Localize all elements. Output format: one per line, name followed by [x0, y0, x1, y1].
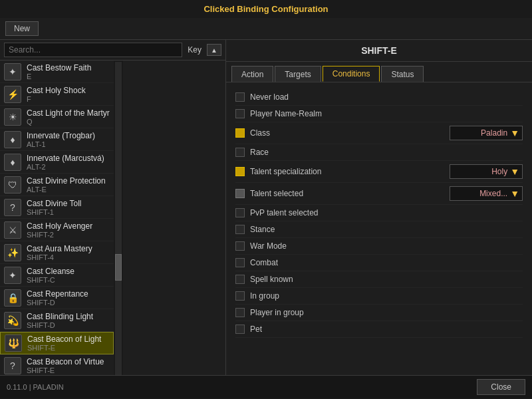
binding-name: Cast Divine Toll [27, 199, 81, 208]
checkbox-war_mode[interactable] [235, 241, 245, 251]
label-pet: Pet [250, 325, 523, 334]
list-item[interactable]: 🛡 Cast Divine Protection ALT-E [0, 174, 114, 196]
list-item[interactable]: ☀ Cast Light of the Martyr Q [0, 106, 114, 128]
binding-icon: ♦ [4, 154, 21, 171]
list-item[interactable]: ♦ Innervate (Trogbar) ALT-1 [0, 128, 114, 151]
binding-icon: ⚔ [4, 221, 21, 239]
version-label: 0.11.0 | PALADIN [7, 383, 64, 391]
binding-text: Cast Blinding Light SHIFT-D [27, 312, 93, 329]
checkbox-pet[interactable] [235, 325, 245, 334]
binding-key: SHIFT-D [27, 321, 93, 329]
scroll-up-button[interactable]: ▲ [207, 44, 221, 56]
checkbox-in_group[interactable] [235, 291, 245, 301]
list-item[interactable]: ⚔ Cast Holy Avenger SHIFT-2 [0, 219, 114, 241]
list-item[interactable]: ♦ Innervate (Marcustvá) ALT-2 [0, 151, 114, 174]
list-item[interactable]: ? Cast Divine Toll SHIFT-1 [0, 196, 114, 219]
checkbox-never_load[interactable] [235, 92, 245, 102]
dropdown-arrow-talent_selected: ▼ [510, 188, 519, 199]
binding-text: Cast Aura Mastery SHIFT-4 [27, 244, 92, 261]
label-class: Class [250, 128, 444, 138]
tab-conditions[interactable]: Conditions [323, 66, 380, 82]
label-talent_specialization: Talent specialization [250, 167, 444, 176]
binding-icon: ✦ [4, 267, 21, 284]
title-bar: Clicked Binding Configuration [0, 0, 532, 18]
checkbox-talent_specialization[interactable] [235, 167, 245, 176]
key-label: Key [185, 45, 204, 55]
binding-key: Q [27, 118, 110, 126]
binding-key: E [27, 72, 91, 80]
label-pvp_talent_selected: PvP talent selected [250, 208, 523, 217]
right-panel: SHIFT-E ActionTargetsConditionsStatus Ne… [226, 40, 532, 375]
close-button[interactable]: Close [477, 379, 525, 395]
binding-key: ALT-1 [27, 140, 95, 148]
dropdown-talent_specialization[interactable]: Holy ▼ [450, 164, 523, 179]
dropdown-value-talent_selected: Mixed... [453, 189, 507, 198]
bottom-bar: 0.11.0 | PALADIN Close [0, 375, 532, 398]
binding-key: SHIFT-4 [27, 253, 92, 261]
binding-icon: ✨ [4, 244, 21, 261]
checkbox-player_in_group[interactable] [235, 308, 245, 317]
list-item[interactable]: ✨ Cast Aura Mastery SHIFT-4 [0, 241, 114, 264]
content-area: Key ▲ ✦ Cast Bestow Faith E ⚡ Cast Holy … [0, 40, 532, 375]
binding-name: Innervate (Trogbar) [27, 131, 95, 140]
main-container: New Key ▲ ✦ Cast Bestow Faith E ⚡ Cast H… [0, 18, 532, 398]
dropdown-class[interactable]: Paladin ▼ [450, 126, 523, 140]
binding-icon: 💫 [4, 312, 21, 329]
checkbox-player_name_realm[interactable] [235, 109, 245, 118]
left-panel: Key ▲ ✦ Cast Bestow Faith E ⚡ Cast Holy … [0, 40, 226, 375]
binding-key: SHIFT-E [27, 366, 104, 374]
checkbox-talent_selected[interactable] [235, 189, 245, 198]
binding-icon: 🔱 [5, 334, 22, 352]
binding-text: Cast Light of the Martyr Q [27, 108, 110, 126]
checkbox-stance[interactable] [235, 225, 245, 234]
checkbox-combat[interactable] [235, 258, 245, 267]
list-item[interactable]: 🔱 Cast Beacon of Light SHIFT-E [0, 332, 114, 354]
condition-row-class: Class Paladin ▼ [235, 122, 523, 144]
condition-row-talent_selected: Talent selected Mixed... ▼ [235, 183, 523, 205]
list-item[interactable]: ✦ Cast Bestow Faith E [0, 61, 114, 83]
binding-text: Cast Holy Shock F [27, 86, 86, 103]
tab-action[interactable]: Action [231, 66, 273, 82]
label-talent_selected: Talent selected [250, 189, 444, 198]
checkbox-class[interactable] [235, 128, 245, 138]
scroll-track[interactable] [115, 62, 122, 375]
condition-row-combat: Combat [235, 255, 523, 271]
list-item[interactable]: ? Cast Beacon of Virtue SHIFT-E [0, 354, 114, 375]
tab-targets[interactable]: Targets [275, 66, 321, 82]
label-player_name_realm: Player Name-Realm [250, 109, 523, 118]
checkbox-race[interactable] [235, 148, 245, 157]
list-item[interactable]: ✦ Cast Cleanse SHIFT-C [0, 264, 114, 287]
binding-name: Cast Bestow Faith [27, 63, 91, 72]
binding-icon: ☀ [4, 108, 21, 126]
binding-key: SHIFT-C [27, 276, 74, 284]
binding-text: Cast Divine Toll SHIFT-1 [27, 199, 81, 216]
list-item[interactable]: 🔒 Cast Repentance SHIFT-D [0, 287, 114, 309]
binding-key: ALT-E [27, 186, 106, 194]
binding-icon: 🔒 [4, 289, 21, 307]
scroll-thumb[interactable] [115, 254, 122, 281]
tab-status[interactable]: Status [381, 66, 424, 82]
label-spell_known: Spell known [250, 275, 523, 284]
binding-icon: ♦ [4, 131, 21, 148]
list-item[interactable]: ⚡ Cast Holy Shock F [0, 83, 114, 106]
condition-row-spell_known: Spell known [235, 271, 523, 288]
scrollbar: ▼ [114, 61, 123, 375]
new-button[interactable]: New [5, 21, 39, 36]
label-in_group: In group [250, 291, 523, 301]
dropdown-talent_selected[interactable]: Mixed... ▼ [450, 186, 523, 201]
binding-name: Cast Repentance [27, 289, 88, 299]
checkbox-pvp_talent_selected[interactable] [235, 208, 245, 217]
label-war_mode: War Mode [250, 241, 523, 251]
search-input[interactable] [4, 43, 182, 57]
binding-text: Cast Bestow Faith E [27, 63, 91, 80]
binding-text: Cast Divine Protection ALT-E [27, 176, 106, 194]
checkbox-spell_known[interactable] [235, 275, 245, 284]
binding-key: ALT-2 [27, 163, 104, 171]
binding-key: F [27, 95, 86, 103]
binding-name: Cast Beacon of Virtue [27, 357, 104, 366]
binding-name: Cast Cleanse [27, 267, 74, 276]
binding-key: SHIFT-D [27, 299, 88, 307]
binding-text: Cast Repentance SHIFT-D [27, 289, 88, 307]
condition-row-pvp_talent_selected: PvP talent selected [235, 205, 523, 221]
list-item[interactable]: 💫 Cast Blinding Light SHIFT-D [0, 309, 114, 332]
